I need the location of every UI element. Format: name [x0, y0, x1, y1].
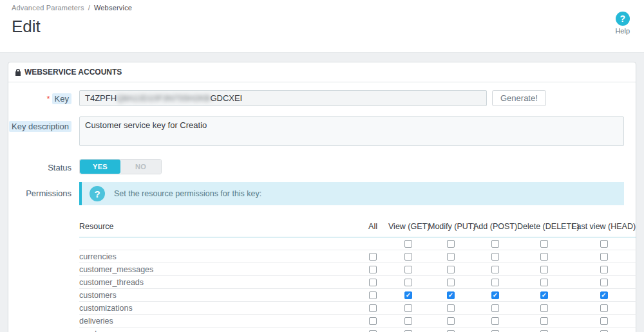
key-description-textarea[interactable] — [79, 116, 624, 146]
permission-checkbox-customer_messages-delete_delete[interactable] — [540, 266, 548, 273]
permissions-table-body: currenciescustomer_messagescustomer_thre… — [79, 237, 636, 332]
permission-checkbox-column-delete_delete[interactable] — [540, 240, 548, 248]
permission-cell — [473, 330, 517, 332]
permission-cell — [571, 253, 636, 261]
permission-cell — [388, 291, 428, 299]
permission-checkbox-currencies-all[interactable] — [369, 253, 377, 261]
permission-checkbox-customizations-fast_view_head[interactable] — [600, 304, 608, 312]
table-row — [79, 237, 636, 250]
resource-name: deliveries — [79, 317, 357, 326]
permission-cell — [388, 317, 428, 325]
permission-checkbox-customizations-delete_delete[interactable] — [540, 304, 548, 312]
permission-cell — [517, 240, 571, 248]
permission-cell — [571, 266, 636, 273]
status-yes-button[interactable]: YES — [80, 160, 120, 174]
permission-cell — [473, 279, 517, 286]
permission-checkbox-customer_messages-modify_put[interactable] — [447, 266, 455, 273]
permission-checkbox-currencies-delete_delete[interactable] — [540, 253, 548, 261]
permission-cell — [388, 253, 428, 261]
permission-checkbox-customers-add_post[interactable] — [491, 291, 499, 299]
permission-checkbox-customers-view_get[interactable] — [404, 291, 412, 299]
permission-checkbox-customers-delete_delete[interactable] — [540, 291, 548, 299]
permission-cell — [473, 304, 517, 312]
permission-cell — [428, 317, 473, 325]
permission-checkbox-deliveries-add_post[interactable] — [491, 317, 499, 325]
permission-checkbox-currencies-view_get[interactable] — [404, 253, 412, 261]
permission-checkbox-employees-modify_put[interactable] — [447, 330, 455, 332]
permission-cell — [388, 240, 428, 248]
permission-cell — [388, 304, 428, 312]
key-value-prefix: T4ZPFH — [85, 93, 117, 103]
permission-cell — [473, 291, 517, 299]
permission-checkbox-deliveries-view_get[interactable] — [404, 317, 412, 325]
help-icon: ? — [616, 12, 630, 26]
permission-cell — [517, 253, 571, 261]
permission-checkbox-column-modify_put[interactable] — [447, 240, 455, 248]
permission-checkbox-customer_messages-view_get[interactable] — [404, 266, 412, 273]
permission-cell — [571, 240, 636, 248]
permission-checkbox-column-fast_view_head[interactable] — [600, 240, 608, 248]
permission-checkbox-customizations-all[interactable] — [369, 304, 377, 312]
key-value-masked: Q8A2JD10F3N7S5H2KB — [117, 93, 210, 103]
permission-checkbox-customer_threads-view_get[interactable] — [404, 279, 412, 286]
resource-name: employees — [79, 329, 357, 332]
permission-checkbox-customizations-add_post[interactable] — [491, 304, 499, 312]
permission-checkbox-currencies-fast_view_head[interactable] — [600, 253, 608, 261]
permissions-table: Resource All View (GET) Modify (PUT) Add… — [79, 222, 636, 332]
permission-checkbox-employees-delete_delete[interactable] — [540, 330, 548, 332]
permission-checkbox-column-view_get[interactable] — [404, 240, 412, 248]
permission-cell — [388, 266, 428, 273]
column-header-resource: Resource — [79, 222, 357, 231]
permission-cell — [571, 317, 636, 325]
permission-checkbox-customizations-modify_put[interactable] — [447, 304, 455, 312]
status-row: Status YES NO — [8, 159, 623, 174]
permission-checkbox-customer_threads-delete_delete[interactable] — [540, 279, 548, 286]
status-toggle: YES NO — [79, 159, 162, 174]
permission-checkbox-customer_threads-modify_put[interactable] — [447, 279, 455, 286]
permission-cell — [357, 330, 388, 332]
permission-checkbox-deliveries-modify_put[interactable] — [447, 317, 455, 325]
permission-cell — [517, 266, 571, 273]
key-label: Key — [52, 93, 71, 104]
resource-name: customer_threads — [79, 278, 357, 287]
breadcrumb-parent[interactable]: Advanced Parameters — [12, 4, 84, 12]
permission-checkbox-employees-fast_view_head[interactable] — [600, 330, 608, 332]
status-no-button[interactable]: NO — [120, 160, 161, 174]
breadcrumb-current[interactable]: Webservice — [94, 4, 132, 12]
permission-checkbox-customers-fast_view_head[interactable] — [600, 291, 608, 299]
permission-checkbox-customer_threads-fast_view_head[interactable] — [600, 279, 608, 286]
permission-cell — [357, 279, 388, 286]
permissions-info-text: Set the resource permissions for this ke… — [114, 189, 261, 198]
permission-cell — [517, 279, 571, 286]
table-row: deliveries — [79, 315, 636, 327]
permission-checkbox-customers-all[interactable] — [369, 291, 377, 299]
permission-checkbox-customer_threads-all[interactable] — [369, 279, 377, 286]
permission-checkbox-customer_messages-add_post[interactable] — [491, 266, 499, 273]
permission-checkbox-deliveries-fast_view_head[interactable] — [600, 317, 608, 325]
permission-checkbox-column-add_post[interactable] — [491, 240, 499, 248]
permission-checkbox-customer_threads-add_post[interactable] — [491, 279, 499, 286]
resource-name: customer_messages — [79, 265, 357, 274]
generate-button[interactable]: Generate! — [492, 90, 546, 106]
permission-cell — [473, 317, 517, 325]
permission-cell — [428, 253, 473, 261]
permission-checkbox-currencies-modify_put[interactable] — [447, 253, 455, 261]
help-button[interactable]: ? Help — [615, 12, 630, 35]
table-row: currencies — [79, 250, 636, 263]
permission-cell — [428, 304, 473, 312]
permission-checkbox-customers-modify_put[interactable] — [447, 291, 455, 299]
permission-checkbox-employees-all[interactable] — [369, 330, 377, 332]
permission-cell — [388, 279, 428, 286]
permission-cell — [473, 266, 517, 273]
permission-checkbox-customer_messages-all[interactable] — [369, 266, 377, 273]
permission-checkbox-customer_messages-fast_view_head[interactable] — [600, 266, 608, 273]
webservice-accounts-panel: WEBSERVICE ACCOUNTS *Key T4ZPFHQ8A2JD10F… — [8, 62, 636, 332]
permission-checkbox-currencies-add_post[interactable] — [491, 253, 499, 261]
permission-checkbox-deliveries-delete_delete[interactable] — [540, 317, 548, 325]
permission-checkbox-deliveries-all[interactable] — [369, 317, 377, 325]
panel-title: WEBSERVICE ACCOUNTS — [24, 68, 122, 77]
permission-checkbox-employees-add_post[interactable] — [491, 330, 499, 332]
permission-checkbox-employees-view_get[interactable] — [404, 330, 412, 332]
permission-checkbox-customizations-view_get[interactable] — [404, 304, 412, 312]
key-input[interactable]: T4ZPFHQ8A2JD10F3N7S5H2KBGDCXEI — [79, 90, 487, 106]
